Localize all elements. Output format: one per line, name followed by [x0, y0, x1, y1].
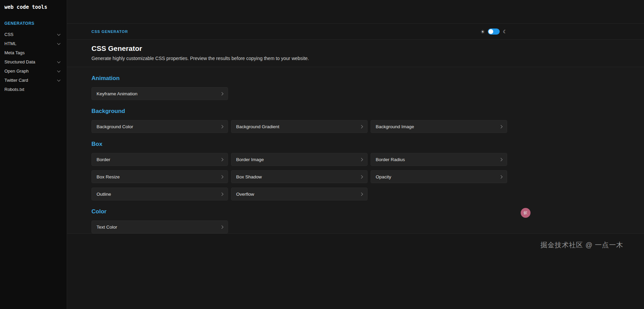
chevron-right-icon — [360, 175, 363, 178]
floating-badge[interactable]: 蚁 — [521, 208, 531, 218]
section-grid-box: Border Border Image Border Radius Box Re… — [91, 153, 507, 200]
sidebar-item-meta-tags[interactable]: Meta Tags — [0, 48, 67, 57]
card-label: Border Radius — [376, 157, 405, 162]
card-text-color[interactable]: Text Color — [91, 220, 228, 233]
card-box-resize[interactable]: Box Resize — [91, 170, 228, 183]
chevron-down-icon — [57, 60, 61, 63]
card-opacity[interactable]: Opacity — [371, 170, 507, 183]
sidebar-item-open-graph[interactable]: Open Graph — [0, 66, 67, 76]
generator-list: Animation Keyframe Animation Background … — [67, 67, 644, 233]
card-outline[interactable]: Outline — [91, 188, 228, 200]
section-title-animation: Animation — [91, 75, 644, 82]
section-grid-animation: Keyframe Animation — [91, 87, 507, 100]
sidebar-item-label: Twitter Card — [4, 78, 28, 83]
breadcrumb: CSS GENERATOR — [91, 30, 128, 34]
sidebar-item-structured-data[interactable]: Structured Data — [0, 57, 67, 66]
card-border-radius[interactable]: Border Radius — [371, 153, 507, 166]
theme-switch-knob — [489, 29, 493, 34]
sidebar-section-label: GENERATORS — [4, 21, 62, 26]
card-label: Opacity — [376, 174, 391, 179]
chevron-right-icon — [220, 125, 224, 128]
sidebar-item-robots-txt[interactable]: Robots.txt — [0, 85, 67, 94]
sidebar-item-twitter-card[interactable]: Twitter Card — [0, 76, 67, 85]
card-background-image[interactable]: Background Image — [371, 120, 507, 133]
theme-switch[interactable] — [488, 28, 500, 35]
top-strip — [67, 0, 644, 24]
sidebar-item-html[interactable]: HTML — [0, 39, 67, 48]
chevron-right-icon — [360, 192, 363, 196]
chevron-down-icon — [57, 32, 61, 36]
sidebar-nav: CSS HTML Meta Tags Structured Data Open … — [0, 30, 67, 94]
card-label: Outline — [97, 192, 111, 197]
page-title: CSS Generator — [91, 44, 644, 53]
section-title-background: Background — [91, 108, 644, 115]
sidebar: web code tools GENERATORS CSS HTML Meta … — [0, 0, 67, 309]
card-label: Background Image — [376, 124, 414, 129]
sidebar-item-label: Meta Tags — [4, 50, 25, 55]
sidebar-item-label: HTML — [4, 41, 16, 46]
chevron-right-icon — [220, 175, 224, 178]
section-grid-color: Text Color — [91, 220, 507, 233]
chevron-right-icon — [499, 125, 503, 128]
sidebar-item-label: Open Graph — [4, 69, 29, 74]
card-border[interactable]: Border — [91, 153, 228, 166]
sidebar-item-label: CSS — [4, 32, 14, 37]
theme-toggle[interactable]: ☀ ☾ — [480, 28, 507, 35]
chevron-right-icon — [499, 158, 503, 161]
card-border-image[interactable]: Border Image — [231, 153, 368, 166]
card-keyframe-animation[interactable]: Keyframe Animation — [91, 87, 228, 100]
chevron-right-icon — [220, 92, 224, 95]
watermark-text: 掘金技术社区 @ 一点一木 — [541, 240, 623, 250]
moon-icon: ☾ — [503, 29, 507, 34]
section-title-box: Box — [91, 141, 644, 148]
chevron-right-icon — [360, 125, 363, 128]
page-header: CSS GENERATOR ☀ ☾ — [67, 24, 644, 40]
chevron-down-icon — [57, 41, 61, 45]
card-label: Keyframe Animation — [97, 91, 138, 96]
card-background-color[interactable]: Background Color — [91, 120, 228, 133]
chevron-down-icon — [57, 69, 61, 72]
app-title[interactable]: web code tools — [0, 0, 67, 12]
card-label: Background Gradient — [236, 124, 279, 129]
chevron-right-icon — [360, 158, 363, 161]
page-subtitle: Generate highly customizable CSS propert… — [91, 56, 644, 61]
sidebar-item-css[interactable]: CSS — [0, 30, 67, 39]
title-block: CSS Generator Generate highly customizab… — [67, 40, 644, 67]
card-box-shadow[interactable]: Box Shadow — [231, 170, 368, 183]
main-area: CSS GENERATOR ☀ ☾ CSS Generator Generate… — [67, 0, 644, 309]
card-label: Border — [97, 157, 110, 162]
section-grid-background: Background Color Background Gradient Bac… — [91, 120, 507, 133]
chevron-right-icon — [499, 175, 503, 178]
card-overflow[interactable]: Overflow — [231, 188, 368, 200]
header-inner: CSS GENERATOR ☀ ☾ — [91, 28, 507, 35]
card-label: Border Image — [236, 157, 264, 162]
card-background-gradient[interactable]: Background Gradient — [231, 120, 368, 133]
page-footer: 掘金技术社区 @ 一点一木 — [67, 233, 644, 309]
section-title-color: Color — [91, 208, 644, 215]
card-label: Box Resize — [97, 174, 120, 179]
sidebar-item-label: Structured Data — [4, 59, 35, 64]
sun-icon: ☀ — [480, 29, 485, 34]
card-label: Background Color — [97, 124, 133, 129]
card-label: Box Shadow — [236, 174, 262, 179]
card-label: Overflow — [236, 192, 254, 197]
sidebar-item-label: Robots.txt — [4, 87, 24, 92]
chevron-right-icon — [220, 192, 224, 196]
chevron-right-icon — [220, 225, 224, 229]
chevron-down-icon — [57, 78, 61, 81]
chevron-right-icon — [220, 158, 224, 161]
card-label: Text Color — [97, 225, 117, 230]
